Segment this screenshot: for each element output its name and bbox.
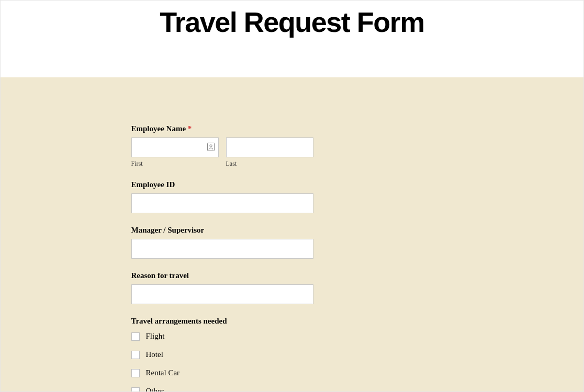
employee-id-input[interactable] (131, 193, 313, 213)
checkbox-label-flight[interactable]: Flight (146, 332, 165, 341)
employee-name-label: Employee Name * (131, 124, 383, 133)
required-asterisk: * (188, 124, 192, 133)
checkbox-item-hotel: Hotel (131, 350, 383, 359)
field-arrangements: Travel arrangements needed Flight Hotel … (131, 317, 383, 392)
field-employee-name: Employee Name * First Last (131, 124, 383, 168)
field-reason: Reason for travel (131, 271, 383, 304)
field-employee-id: Employee ID (131, 180, 383, 213)
checkbox-label-other[interactable]: Other (146, 387, 164, 392)
arrangements-label: Travel arrangements needed (131, 317, 383, 326)
checkbox-item-flight: Flight (131, 332, 383, 341)
checkbox-item-other: Other (131, 387, 383, 392)
arrangements-list: Flight Hotel Rental Car Other (131, 330, 383, 392)
last-name-col: Last (226, 137, 313, 168)
checkbox-hotel[interactable] (131, 351, 140, 359)
checkbox-label-rental-car[interactable]: Rental Car (146, 368, 180, 377)
form-section: Employee Name * First Last (1, 77, 583, 392)
checkbox-other[interactable] (131, 387, 140, 393)
first-name-sublabel: First (131, 160, 219, 168)
reason-label: Reason for travel (131, 271, 383, 280)
manager-input[interactable] (131, 239, 313, 259)
reason-input[interactable] (131, 284, 313, 304)
header-section: Travel Request Form (1, 1, 583, 77)
checkbox-label-hotel[interactable]: Hotel (146, 350, 163, 359)
checkbox-flight[interactable] (131, 332, 140, 341)
name-row: First Last (131, 137, 313, 168)
field-manager: Manager / Supervisor (131, 226, 383, 259)
page-title: Travel Request Form (1, 6, 583, 38)
manager-label: Manager / Supervisor (131, 226, 383, 235)
employee-name-label-text: Employee Name (131, 124, 186, 133)
first-name-input[interactable] (131, 137, 219, 157)
checkbox-rental-car[interactable] (131, 369, 140, 377)
last-name-input[interactable] (226, 137, 313, 157)
form-container: Employee Name * First Last (131, 124, 453, 392)
first-name-col: First (131, 137, 219, 168)
checkbox-item-rental-car: Rental Car (131, 368, 383, 377)
employee-id-label: Employee ID (131, 180, 383, 189)
last-name-sublabel: Last (226, 160, 313, 168)
